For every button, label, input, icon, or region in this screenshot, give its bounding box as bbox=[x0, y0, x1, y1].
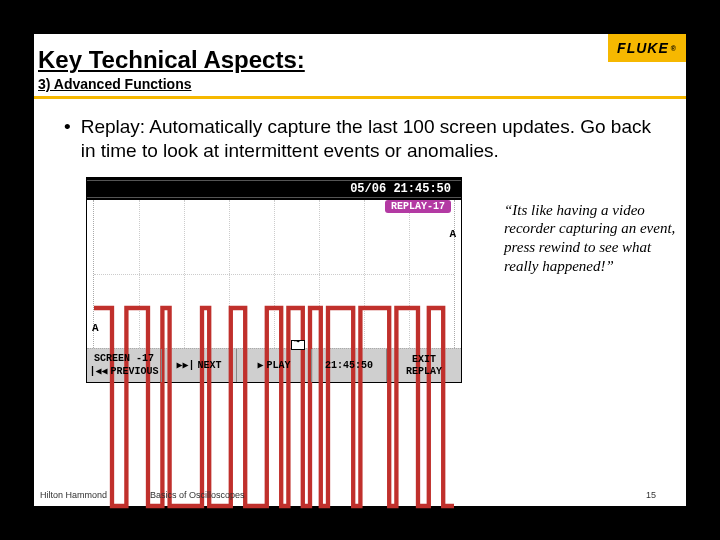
footer-course: Basics of Oscilloscopes bbox=[150, 490, 320, 500]
softkey-label: PREVIOUS bbox=[111, 366, 159, 377]
scope-header: 05/06 21:45:50 bbox=[87, 178, 461, 200]
play-icon: ▶ bbox=[257, 359, 263, 371]
softkey-previous[interactable]: SCREEN -17 |◀◀ PREVIOUS bbox=[87, 349, 162, 382]
footer-author: Hilton Hammond bbox=[40, 490, 150, 500]
title-block: Key Technical Aspects: 3) Advanced Funct… bbox=[34, 34, 686, 92]
slide-subtitle: 3) Advanced Functions bbox=[38, 76, 682, 92]
pull-quote: “Its like having a video recorder captur… bbox=[504, 201, 682, 276]
slide-title: Key Technical Aspects: bbox=[38, 46, 682, 74]
softkey-next[interactable]: ▶▶| NEXT bbox=[162, 349, 237, 382]
skip-next-icon: ▶▶| bbox=[176, 359, 194, 371]
registered-mark: ® bbox=[671, 45, 677, 52]
softkey-bar: SCREEN -17 |◀◀ PREVIOUS ▶▶| NEXT bbox=[87, 348, 461, 382]
skip-previous-icon: |◀◀ bbox=[89, 365, 107, 377]
scope-plot: A A bbox=[93, 200, 455, 348]
softkey-exit-replay[interactable]: EXIT REPLAY bbox=[387, 349, 461, 382]
loop-icon bbox=[291, 340, 305, 350]
bullet-marker: • bbox=[64, 115, 71, 163]
scope-timestamp: 05/06 21:45:50 bbox=[350, 182, 451, 196]
softkey-label: PLAY bbox=[267, 360, 291, 371]
softkey-time[interactable]: 21:45:50 bbox=[312, 349, 387, 382]
softkey-label: NEXT bbox=[198, 360, 222, 371]
footer-page-number: 15 bbox=[646, 490, 656, 500]
footer: Hilton Hammond Basics of Oscilloscopes 1… bbox=[34, 490, 686, 500]
softkey-line1: SCREEN -17 bbox=[94, 353, 154, 364]
slide: FLUKE® Key Technical Aspects: 3) Advance… bbox=[34, 34, 686, 506]
body: • Replay: Automatically capture the last… bbox=[34, 99, 686, 163]
softkey-play[interactable]: ▶ PLAY bbox=[237, 349, 312, 382]
softkey-label: REPLAY bbox=[406, 366, 442, 377]
bullet-item: • Replay: Automatically capture the last… bbox=[64, 115, 664, 163]
brand-badge: FLUKE® bbox=[608, 34, 686, 62]
softkey-time-value: 21:45:50 bbox=[325, 360, 373, 371]
oscilloscope-screenshot: 05/06 21:45:50 REPLAY-17 A A bbox=[86, 177, 462, 383]
brand-name: FLUKE bbox=[617, 40, 669, 56]
softkey-line1: EXIT bbox=[412, 354, 436, 365]
bullet-text: Replay: Automatically capture the last 1… bbox=[81, 115, 664, 163]
replay-badge: REPLAY-17 bbox=[385, 200, 451, 213]
